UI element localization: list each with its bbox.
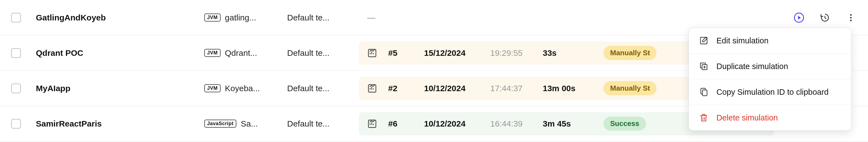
checkbox-cell [11, 13, 36, 23]
row-checkbox[interactable] [11, 119, 21, 129]
play-button[interactable] [793, 11, 805, 24]
language-cell: JVM gatling... [204, 13, 287, 22]
svg-rect-11 [703, 90, 707, 96]
menu-label: Delete simulation [716, 113, 778, 122]
kebab-icon [846, 13, 856, 22]
run-duration: 13m 00s [543, 84, 592, 93]
menu-label: Edit simulation [716, 36, 769, 45]
simulation-name[interactable]: GatlingAndKoyeb [36, 13, 204, 22]
row-checkbox[interactable] [11, 48, 21, 58]
svg-rect-7 [701, 37, 707, 44]
status-badge: Success [603, 117, 646, 131]
svg-point-2 [850, 17, 852, 19]
actions-cell [774, 11, 857, 24]
team-name: Default te... [287, 13, 359, 22]
duplicate-icon [699, 61, 709, 71]
simulation-script-name: gatling... [225, 13, 256, 22]
simulation-name[interactable]: MyAIapp [36, 84, 204, 93]
run-duration: 33s [543, 48, 592, 58]
run-number: #5 [388, 48, 413, 58]
language-badge: JVM [204, 49, 221, 57]
chart-icon [367, 48, 377, 58]
run-number: #2 [388, 84, 413, 93]
svg-point-3 [850, 20, 852, 21]
chart-icon [367, 83, 377, 93]
menu-label: Duplicate simulation [716, 62, 788, 71]
run-duration: 3m 45s [543, 119, 592, 129]
team-name: Default te... [287, 48, 359, 58]
checkbox-cell [11, 83, 36, 93]
edit-icon [699, 36, 709, 46]
run-time: 17:44:37 [490, 84, 532, 93]
history-button[interactable] [819, 11, 831, 24]
simulation-script-name: Qdrant... [225, 48, 257, 58]
language-cell: JVM Qdrant... [204, 48, 287, 58]
menu-edit-simulation[interactable]: Edit simulation [689, 28, 851, 54]
simulation-name[interactable]: SamirReactParis [36, 119, 204, 129]
language-badge: JVM [204, 84, 221, 92]
checkbox-cell [11, 119, 36, 129]
simulation-name[interactable]: Qdrant POC [36, 48, 204, 58]
run-number: #6 [388, 119, 413, 129]
trash-icon [699, 113, 709, 123]
menu-copy-id[interactable]: Copy Simulation ID to clipboard [689, 79, 851, 105]
checkbox-cell [11, 48, 36, 58]
simulation-script-name: Sa... [241, 119, 258, 129]
history-icon [820, 12, 830, 23]
svg-point-1 [850, 14, 852, 16]
play-icon [794, 12, 805, 23]
language-cell: JVM Koyeba... [204, 84, 287, 93]
menu-duplicate-simulation[interactable]: Duplicate simulation [689, 54, 851, 79]
run-date: 15/12/2024 [424, 48, 479, 58]
simulation-script-name: Koyeba... [225, 84, 260, 93]
run-placeholder: — [359, 6, 774, 29]
run-time: 16:44:39 [490, 119, 532, 129]
context-menu: Edit simulation Duplicate simulation Cop… [688, 28, 851, 131]
language-cell: JavaScript Sa... [204, 119, 287, 129]
row-checkbox[interactable] [11, 83, 21, 93]
copy-icon [699, 87, 709, 97]
language-badge: JVM [204, 13, 221, 22]
menu-label: Copy Simulation ID to clipboard [716, 88, 829, 97]
status-badge: Manually St [603, 81, 656, 95]
row-checkbox[interactable] [11, 13, 21, 23]
language-badge: JavaScript [204, 120, 236, 127]
chart-icon [367, 119, 377, 129]
more-button[interactable] [845, 11, 857, 24]
run-date: 10/12/2024 [424, 119, 479, 129]
run-time: 19:29:55 [490, 48, 532, 58]
run-date: 10/12/2024 [424, 84, 479, 93]
menu-delete-simulation[interactable]: Delete simulation [689, 105, 851, 131]
status-badge: Manually St [603, 46, 656, 60]
team-name: Default te... [287, 84, 359, 93]
team-name: Default te... [287, 119, 359, 129]
